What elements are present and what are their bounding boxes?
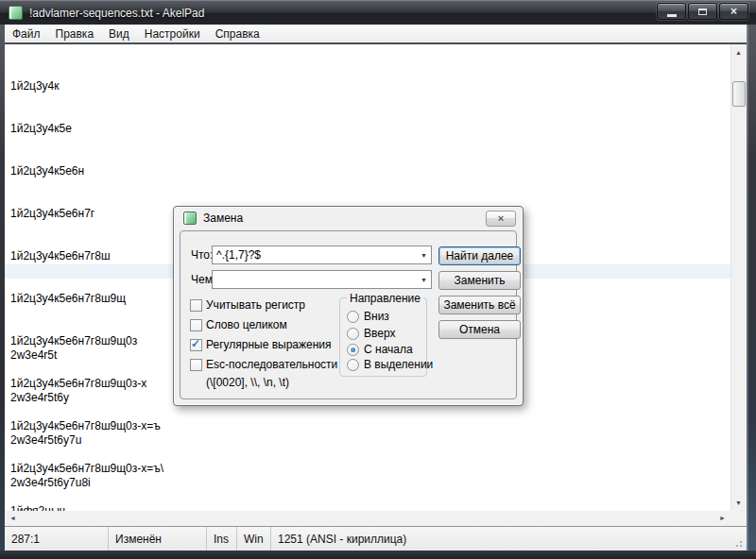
direction-from-start-label: С начала xyxy=(364,343,413,356)
scroll-down-icon[interactable]: ▼ xyxy=(730,495,747,511)
menubar: Файл Правка Вид Настройки Справка xyxy=(5,25,747,42)
resize-grip[interactable] xyxy=(735,538,745,548)
editor-line: 2w3e4r5t xyxy=(10,348,135,363)
editor-line: 2w3e4r5t6y7u8i xyxy=(10,476,135,490)
direction-up-label: Вверх xyxy=(364,327,395,340)
statusbar: 287:1 Изменён Ins Win 1251 (ANSI - кирил… xyxy=(5,526,747,551)
window-border-right xyxy=(747,25,756,551)
menu-help[interactable]: Справка xyxy=(208,25,267,42)
scroll-right-icon[interactable]: ► xyxy=(714,511,730,526)
what-value: ^.{1,7}?$ xyxy=(216,248,261,262)
direction-label: Направление xyxy=(347,292,423,305)
window-border-bottom xyxy=(0,551,756,559)
editor-line: 1й2ц3у4к xyxy=(10,79,163,93)
minimize-button[interactable] xyxy=(657,3,686,20)
direction-down-radio[interactable] xyxy=(347,311,359,323)
close-icon: × xyxy=(720,5,747,19)
menu-settings[interactable]: Настройки xyxy=(137,25,208,42)
horizontal-scrollbar[interactable]: ◄ ► xyxy=(5,511,730,526)
replace-button[interactable]: Заменить xyxy=(438,271,521,290)
scrollbar-corner xyxy=(730,511,747,526)
editor-line: 1й2ц3у4к5е6н7г xyxy=(10,207,163,221)
match-case-label: Учитывать регистр xyxy=(206,298,305,312)
scroll-up-icon[interactable]: ▲ xyxy=(730,44,747,60)
with-combobox[interactable]: ▼ xyxy=(212,270,432,289)
editor-line: 1й2ц3у4к5е6н7г8ш xyxy=(10,249,163,263)
regex-label: Регулярные выражения xyxy=(206,338,332,351)
whole-word-label: Слово целиком xyxy=(206,318,287,331)
maximize-button[interactable] xyxy=(688,3,717,20)
status-insert-mode: Ins xyxy=(207,527,237,551)
direction-down-label: Вниз xyxy=(364,310,389,323)
akelpad-icon xyxy=(9,6,23,20)
esc-sequences-hint: (\[0020], \\, \n, \t) xyxy=(206,376,289,389)
direction-groupbox: Направление Вниз Вверх С начала В выделе… xyxy=(339,297,427,377)
esc-sequences-label: Esc-последовательности xyxy=(206,358,337,371)
editor-line: 1й2ц3у4к5е6н xyxy=(10,164,163,178)
akelpad-window: !advlamer-sequences.txt - AkelPad × Файл… xyxy=(0,0,756,559)
window-title: !advlamer-sequences.txt - AkelPad xyxy=(29,7,204,20)
regex-checkbox[interactable]: ✓ xyxy=(190,339,202,351)
dialog-close-button[interactable]: × xyxy=(486,211,516,227)
caption-buttons: × xyxy=(655,3,748,20)
status-codepage: 1251 (ANSI - кириллица) xyxy=(271,527,747,551)
match-case-checkbox[interactable] xyxy=(190,299,202,312)
minimize-icon xyxy=(667,14,677,17)
dropdown-icon[interactable]: ▼ xyxy=(421,252,427,260)
what-combobox[interactable]: ^.{1,7}?$ ▼ xyxy=(212,246,432,264)
text-block-latin: 2w3e4r5t 2w3e4r5t6y 2w3e4r5t6y7u 2w3e4r5… xyxy=(10,320,135,511)
vertical-scrollbar-thumb[interactable] xyxy=(732,81,746,107)
status-modified: Изменён xyxy=(109,527,207,551)
editor-line: 2w3e4r5t6y xyxy=(10,391,135,405)
dropdown-icon[interactable]: ▼ xyxy=(421,277,427,284)
close-button[interactable]: × xyxy=(719,3,748,20)
cancel-button[interactable]: Отмена xyxy=(438,320,521,339)
replace-all-button[interactable]: Заменить всё xyxy=(438,296,521,314)
checkmark-icon: ✓ xyxy=(191,337,200,350)
status-caret-position: 287:1 xyxy=(5,527,109,551)
find-next-button[interactable]: Найти далее xyxy=(438,246,521,265)
scroll-left-icon[interactable]: ◄ xyxy=(5,511,21,526)
vertical-scrollbar[interactable]: ▲ ▼ xyxy=(730,44,747,511)
akelpad-icon xyxy=(183,212,197,225)
menu-view[interactable]: Вид xyxy=(101,25,137,42)
what-label: Что: xyxy=(191,248,213,262)
menu-file[interactable]: Файл xyxy=(5,25,48,42)
titlebar[interactable]: !advlamer-sequences.txt - AkelPad × xyxy=(0,0,756,25)
dialog-client-area: Что: ^.{1,7}?$ ▼ Чем: ▼ Найти далее Заме… xyxy=(180,230,517,399)
menu-edit[interactable]: Правка xyxy=(48,25,102,42)
whole-word-checkbox[interactable] xyxy=(190,319,202,331)
replace-dialog: Замена × Что: ^.{1,7}?$ ▼ Чем: ▼ Найти д… xyxy=(173,206,524,406)
maximize-icon xyxy=(698,8,707,15)
dialog-title: Замена xyxy=(203,212,243,225)
close-icon: × xyxy=(498,212,504,224)
direction-from-start-radio[interactable] xyxy=(347,344,359,356)
editor-line: 1й2ц3у4к5е xyxy=(10,122,163,136)
direction-in-selection-radio[interactable] xyxy=(347,359,359,371)
editor-line: 1й2ц3у4к5е6н7г8ш9щ xyxy=(10,292,163,306)
editor-line: 2w3e4r5t6y7u xyxy=(10,433,135,448)
esc-sequences-checkbox[interactable] xyxy=(190,359,202,371)
direction-in-selection-label: В выделении xyxy=(364,358,433,371)
direction-up-radio[interactable] xyxy=(347,328,359,340)
status-newline-format: Win xyxy=(237,527,271,551)
